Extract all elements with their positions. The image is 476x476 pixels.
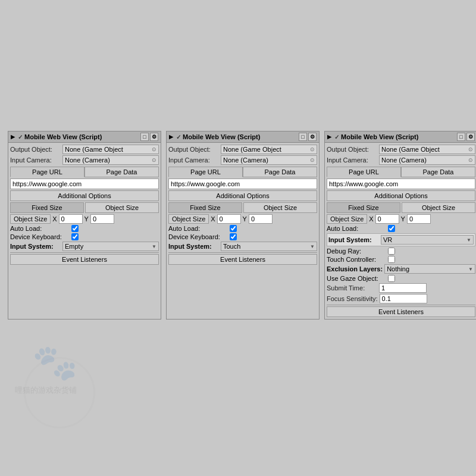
panel-3-url[interactable]: https://www.google.com (327, 178, 475, 189)
panel-3-icon-doc[interactable]: □ (457, 133, 465, 141)
panel-2-additional-options[interactable]: Additional Options (168, 190, 317, 201)
panel-3-x-input[interactable] (375, 214, 399, 224)
panel-3-autoload-check[interactable] (388, 225, 395, 232)
panel-2-body: Output Object: None (Game Object ⊙ Input… (167, 143, 319, 267)
panel-3-exclusion-row: Exclusion Layers: Nothing ▼ (327, 264, 475, 274)
panel-2-tab-pagedata[interactable]: Page Data (243, 167, 317, 177)
panel-1-input-value[interactable]: None (Camera) ⊙ (62, 155, 159, 165)
panel-2-y-label: Y (243, 215, 247, 223)
panel-2-inputsys-row: Input System: Touch ▼ (168, 242, 317, 251)
panel-2-output-label: Output Object: (168, 146, 219, 153)
panel-1-output-label: Output Object: (10, 146, 61, 153)
panel-2-keyboard-check[interactable] (230, 233, 237, 240)
panel-1-icon-doc[interactable]: □ (140, 133, 149, 141)
panel-3-output-circle: ⊙ (468, 146, 473, 152)
panel-1: ▶ ✓ Mobile Web View (Script) □ ⚙ Output … (8, 131, 161, 320)
panel-3-focussens-input[interactable] (380, 294, 427, 303)
panel-1-additional-options[interactable]: Additional Options (10, 190, 159, 201)
panel-1-tab-pagedata[interactable]: Page Data (84, 167, 159, 177)
panel-2-header: ▶ ✓ Mobile Web View (Script) □ ⚙ (167, 131, 319, 143)
panel-1-x-label: X (52, 215, 57, 223)
panel-3-debugray-row: Debug Ray: (327, 248, 475, 255)
panel-3-debugray-label: Debug Ray: (327, 248, 386, 255)
panel-3-size-btn[interactable]: Object Size (327, 214, 367, 224)
panel-1-size-row: Object Size X Y (10, 214, 159, 224)
watermark-circle (24, 357, 95, 428)
panel-3-output-value[interactable]: None (Game Object ⊙ (379, 145, 475, 154)
panel-2-output-value[interactable]: None (Game Object ⊙ (221, 145, 317, 154)
panel-2-autoload-check[interactable] (230, 225, 237, 232)
panel-3-autoload-row: Auto Load: (327, 225, 475, 232)
panel-1-y-input[interactable] (90, 214, 114, 224)
panel-2-output-circle: ⊙ (310, 146, 315, 152)
panel-2-x-input[interactable] (217, 214, 241, 224)
panel-3-submittime-row: Submit Time: (327, 283, 475, 293)
panel-1-tab-pageurl[interactable]: Page URL (10, 167, 84, 177)
panel-2-tabs: Page URL Page Data (168, 167, 317, 177)
panel-1-autoload-check[interactable] (71, 225, 79, 232)
panel-3-submittime-label: Submit Time: (327, 284, 377, 292)
panel-3-focussens-label: Focus Sensitivity: (327, 295, 378, 302)
panel-2-inputsys-select[interactable]: Touch ▼ (221, 242, 317, 251)
panel-2-tab-pageurl[interactable]: Page URL (168, 167, 243, 177)
panel-3-additional-options[interactable]: Additional Options (327, 190, 475, 201)
panel-2-event-listeners[interactable]: Event Listeners (168, 254, 317, 265)
panel-2-url[interactable]: https://www.google.com (168, 178, 317, 189)
panel-2-icon-doc[interactable]: □ (299, 133, 307, 141)
panel-1-output-value[interactable]: None (Game Object ⊙ (62, 145, 159, 154)
panel-2-y-input[interactable] (249, 214, 273, 224)
panel-3-inputsys-select[interactable]: VR ▼ (381, 235, 474, 245)
panel-1-inputsys-row: Input System: Empty ▼ (10, 242, 159, 251)
panel-3-tab-pageurl[interactable]: Page URL (327, 167, 401, 177)
panel-1-icon-gear[interactable]: ⚙ (150, 133, 158, 141)
panel-2-arrow: ▶ (169, 134, 173, 140)
panel-2-fixed-size[interactable]: Fixed Size (168, 202, 242, 213)
panel-3-icon-gear[interactable]: ⚙ (466, 133, 475, 141)
panel-2-keyboard-label: Device Keyboard: (168, 233, 228, 240)
panels-container: ▶ ✓ Mobile Web View (Script) □ ⚙ Output … (3, 119, 476, 331)
panel-1-inputsys-select[interactable]: Empty ▼ (62, 242, 159, 251)
panel-1-fixed-size[interactable]: Fixed Size (10, 202, 84, 213)
panel-2-input-circle: ⊙ (310, 157, 315, 163)
panel-2-object-size[interactable]: Object Size (243, 202, 317, 213)
panel-3-divider (327, 305, 475, 305)
panel-3-title: Mobile Web View (Script) (341, 133, 455, 140)
panel-3-event-listeners[interactable]: Event Listeners (327, 306, 475, 317)
panel-3-input-value[interactable]: None (Camera) ⊙ (379, 155, 475, 165)
panel-1-select-arrow: ▼ (152, 244, 156, 249)
panel-1-object-size[interactable]: Object Size (85, 202, 159, 213)
panel-1-x-input[interactable] (59, 214, 83, 224)
panel-1-keyboard-check[interactable] (71, 233, 79, 240)
panel-1-autoload-label: Auto Load: (10, 225, 70, 232)
panel-3-object-size[interactable]: Object Size (402, 202, 475, 213)
panel-2-input-value[interactable]: None (Camera) ⊙ (221, 155, 317, 165)
panel-3-fixed-size[interactable]: Fixed Size (327, 202, 400, 213)
panel-3-exclusion-select[interactable]: Nothing ▼ (384, 264, 475, 274)
panel-1-input-row: Input Camera: None (Camera) ⊙ (10, 155, 159, 165)
panel-3-tab-pagedata[interactable]: Page Data (401, 167, 475, 177)
panel-3-y-input[interactable] (407, 214, 431, 224)
panel-1-size-btn[interactable]: Object Size (10, 214, 51, 224)
panel-3-autoload-label: Auto Load: (327, 225, 386, 232)
panel-1-event-listeners[interactable]: Event Listeners (10, 254, 159, 265)
panel-1-url[interactable]: https://www.google.com (10, 178, 159, 189)
panel-3-select-arrow: ▼ (466, 237, 471, 243)
panel-3-input-circle: ⊙ (468, 157, 473, 163)
panel-3-tabs: Page URL Page Data (327, 167, 475, 177)
panel-3-touchctrl-check[interactable] (388, 256, 395, 263)
panel-2-inputsys-label: Input System: (168, 243, 219, 250)
panel-2-size-btn[interactable]: Object Size (168, 214, 209, 224)
panel-2-icon-gear[interactable]: ⚙ (308, 133, 317, 141)
panel-3-check: ✓ (334, 134, 339, 140)
panel-3-debugray-check[interactable] (388, 248, 395, 255)
panel-3: ▶ ✓ Mobile Web View (Script) □ ⚙ Output … (324, 131, 476, 320)
panel-2-input-row: Input Camera: None (Camera) ⊙ (168, 155, 317, 165)
panel-3-submittime-input[interactable] (379, 283, 427, 293)
panel-1-tabs: Page URL Page Data (10, 167, 159, 177)
panel-3-x-label: X (369, 215, 373, 223)
panel-3-gaze-check[interactable] (388, 275, 395, 282)
panel-3-gaze-label: Use Gaze Object: (327, 275, 386, 282)
panel-3-output-label: Output Object: (327, 146, 377, 153)
panel-1-header: ▶ ✓ Mobile Web View (Script) □ ⚙ (8, 131, 161, 143)
panel-1-check: ✓ (18, 134, 23, 140)
